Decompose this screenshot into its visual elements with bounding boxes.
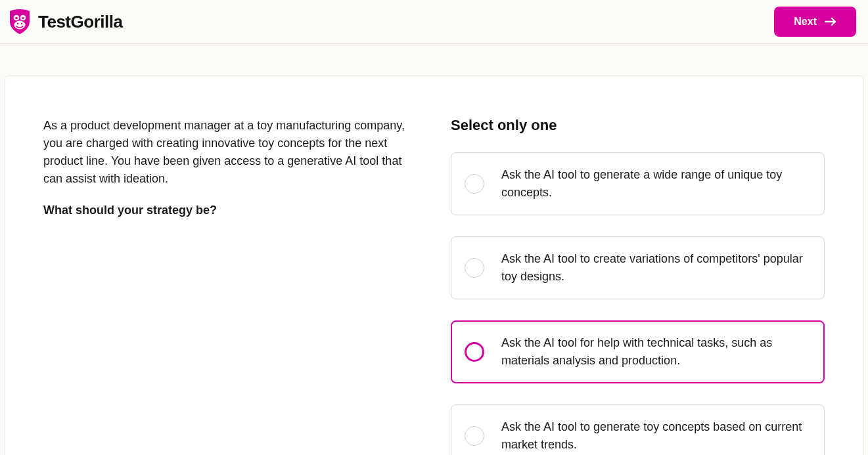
svg-point-5 <box>17 23 18 24</box>
answer-option-3[interactable]: Ask the AI tool to generate toy concepts… <box>451 404 825 455</box>
app-header: TestGorilla Next <box>0 0 868 44</box>
answer-option-1[interactable]: Ask the AI tool to create variations of … <box>451 236 825 299</box>
next-button[interactable]: Next <box>774 7 856 37</box>
svg-point-6 <box>21 23 22 24</box>
answer-instruction: Select only one <box>451 117 825 134</box>
radio-icon <box>465 258 484 278</box>
answer-options: Ask the AI tool to generate a wide range… <box>451 152 825 455</box>
question-prompt: As a product development manager at a to… <box>43 117 411 188</box>
answer-option-label: Ask the AI tool to generate toy concepts… <box>501 418 808 454</box>
brand-logo: TestGorilla <box>8 9 122 35</box>
answer-column: Select only one Ask the AI tool to gener… <box>451 117 825 455</box>
answer-option-label: Ask the AI tool to generate a wide range… <box>501 166 808 202</box>
question-card: As a product development manager at a to… <box>5 76 863 455</box>
answer-option-label: Ask the AI tool for help with technical … <box>501 334 808 370</box>
svg-point-2 <box>15 17 18 20</box>
brand-name: TestGorilla <box>38 12 122 32</box>
gorilla-shield-icon <box>8 9 32 35</box>
radio-icon <box>465 426 484 446</box>
answer-option-0[interactable]: Ask the AI tool to generate a wide range… <box>451 152 825 215</box>
arrow-right-icon <box>825 17 836 26</box>
next-button-label: Next <box>794 16 817 28</box>
radio-icon <box>465 174 484 194</box>
radio-icon <box>465 342 484 362</box>
answer-option-2[interactable]: Ask the AI tool for help with technical … <box>451 320 825 383</box>
question-prompt-column: As a product development manager at a to… <box>43 117 411 455</box>
svg-point-3 <box>22 17 24 20</box>
question-ask: What should your strategy be? <box>43 204 411 217</box>
answer-option-label: Ask the AI tool to create variations of … <box>501 250 808 286</box>
